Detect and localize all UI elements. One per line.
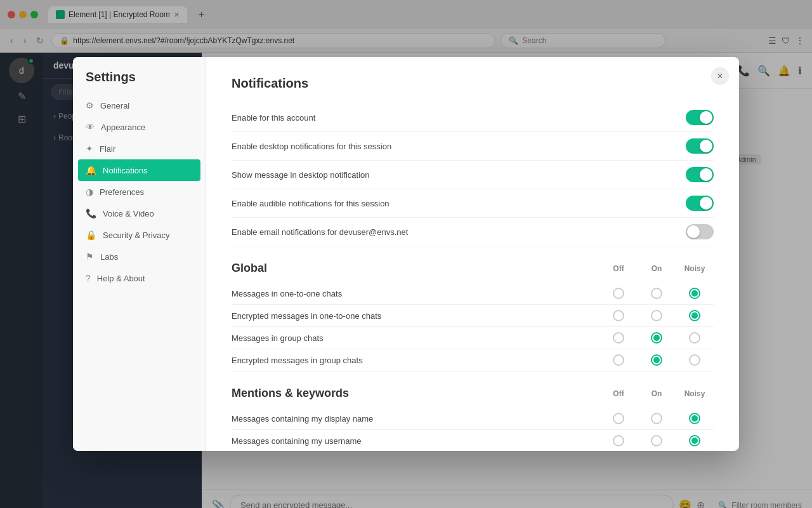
notifications-section-title: Notifications (232, 76, 714, 91)
radio-noisy[interactable] (689, 310, 700, 321)
general-icon: ⚙ (86, 100, 94, 110)
global-row-3-on[interactable] (638, 332, 676, 344)
general-label: General (100, 101, 129, 110)
global-row-2: Encrypted messages in one-to-one chats (232, 305, 714, 327)
mentions-header: Mentions & keywords Off On Noisy (232, 387, 714, 400)
labs-icon: ⚑ (86, 251, 94, 262)
radio-off[interactable] (613, 413, 624, 424)
toggle-knob (700, 197, 712, 210)
radio-noisy[interactable] (689, 288, 700, 299)
radio-on[interactable] (651, 435, 662, 446)
global-row-3: Messages in group chats (232, 327, 714, 349)
global-row-1-noisy[interactable] (676, 288, 714, 299)
global-row-1-on[interactable] (638, 288, 676, 299)
toggle-audible-label: Enable audible notifications for this se… (232, 199, 686, 208)
toggle-knob (687, 225, 700, 238)
toggle-audible: Enable audible notifications for this se… (232, 189, 714, 218)
radio-on[interactable] (651, 310, 662, 321)
toggle-email-label: Enable email notifications for devuser@e… (232, 227, 686, 237)
global-row-2-off[interactable] (599, 310, 638, 321)
global-row-1: Messages in one-to-one chats (232, 283, 714, 305)
toggle-email-switch[interactable] (686, 224, 714, 239)
global-row-4-label: Encrypted messages in group chats (232, 356, 599, 365)
appearance-label: Appearance (101, 123, 145, 132)
global-row-2-noisy[interactable] (676, 310, 714, 321)
global-row-2-on[interactable] (638, 310, 676, 321)
appearance-icon: 👁 (86, 122, 95, 132)
toggle-enable-account-switch[interactable] (686, 110, 714, 125)
toggle-audible-switch[interactable] (686, 196, 714, 211)
radio-off[interactable] (613, 435, 624, 446)
sidebar-item-help[interactable]: ? Help & About (73, 267, 206, 289)
mentions-row-1-noisy[interactable] (676, 413, 714, 424)
sidebar-item-preferences[interactable]: ◑ Preferences (73, 181, 206, 203)
toggle-knob (700, 168, 712, 181)
sidebar-item-voice-video[interactable]: 📞 Voice & Video (73, 203, 206, 224)
labs-label: Labs (100, 252, 118, 262)
radio-off[interactable] (613, 332, 624, 344)
global-row-1-off[interactable] (599, 288, 638, 299)
toggle-enable-account: Enable for this account (232, 104, 714, 132)
mentions-row-1-off[interactable] (599, 413, 638, 424)
global-row-2-label: Encrypted messages in one-to-one chats (232, 311, 599, 321)
global-row-4-on[interactable] (638, 354, 676, 366)
radio-on[interactable] (651, 354, 662, 366)
global-row-3-noisy[interactable] (676, 332, 714, 344)
security-label: Security & Privacy (103, 231, 169, 240)
preferences-label: Preferences (100, 187, 144, 197)
radio-off[interactable] (613, 310, 624, 321)
radio-noisy[interactable] (689, 332, 700, 344)
radio-on[interactable] (651, 288, 662, 299)
global-row-4-noisy[interactable] (676, 354, 714, 366)
global-row-4-off[interactable] (599, 354, 638, 366)
sidebar-item-labs[interactable]: ⚑ Labs (73, 246, 206, 267)
mentions-row-2-on[interactable] (638, 435, 676, 446)
toggle-knob (700, 140, 712, 152)
global-row-4: Encrypted messages in group chats (232, 349, 714, 371)
voice-video-label: Voice & Video (103, 209, 154, 218)
radio-noisy[interactable] (689, 413, 700, 424)
settings-modal: Settings ⚙ General 👁 Appearance ✦ Flair … (73, 57, 739, 451)
global-header: Global Off On Noisy (232, 262, 714, 275)
radio-inner (691, 438, 698, 444)
sidebar-item-flair[interactable]: ✦ Flair (73, 138, 206, 159)
sidebar-item-general[interactable]: ⚙ General (73, 95, 206, 116)
toggle-enable-desktop-switch[interactable] (686, 138, 714, 154)
help-icon: ? (86, 273, 91, 283)
global-col-noisy: Noisy (676, 264, 714, 273)
radio-inner (691, 290, 698, 297)
sidebar-item-notifications[interactable]: 🔔 Notifications (78, 159, 200, 181)
sidebar-item-appearance[interactable]: 👁 Appearance (73, 116, 206, 138)
radio-noisy[interactable] (689, 354, 700, 366)
mentions-row-2-off[interactable] (599, 435, 638, 446)
sidebar-item-security[interactable]: 🔒 Security & Privacy (73, 224, 206, 246)
mentions-row-1-on[interactable] (638, 413, 676, 424)
mentions-col-noisy: Noisy (676, 389, 714, 398)
global-row-3-off[interactable] (599, 332, 638, 344)
global-col-on: On (638, 264, 676, 273)
radio-on[interactable] (651, 332, 662, 344)
mentions-row-1: Messages containing my display name (232, 408, 714, 430)
global-section: Global Off On Noisy Messages in one-to-o… (232, 262, 714, 371)
mentions-section: Mentions & keywords Off On Noisy Message… (232, 387, 714, 451)
voice-video-icon: 📞 (86, 208, 96, 218)
radio-off[interactable] (613, 354, 624, 366)
flair-icon: ✦ (86, 144, 93, 154)
mentions-col-on: On (638, 389, 676, 398)
global-row-3-label: Messages in group chats (232, 333, 599, 343)
radio-off[interactable] (613, 288, 624, 299)
modal-overlay[interactable]: Settings ⚙ General 👁 Appearance ✦ Flair … (0, 0, 812, 508)
settings-close-button[interactable]: × (711, 67, 729, 85)
mentions-row-2-noisy[interactable] (676, 435, 714, 446)
mentions-title: Mentions & keywords (232, 387, 599, 400)
radio-noisy[interactable] (689, 435, 700, 446)
notifications-icon: 🔔 (86, 165, 96, 175)
mentions-row-2: Messages containing my username (232, 430, 714, 451)
toggle-show-message: Show message in desktop notification (232, 161, 714, 189)
mentions-row-2-label: Messages containing my username (232, 436, 599, 446)
toggle-show-message-switch[interactable] (686, 167, 714, 182)
notifications-label: Notifications (103, 166, 148, 175)
toggle-enable-desktop: Enable desktop notifications for this se… (232, 132, 714, 161)
radio-on[interactable] (651, 413, 662, 424)
settings-content: Notifications Enable for this account En… (206, 57, 739, 451)
